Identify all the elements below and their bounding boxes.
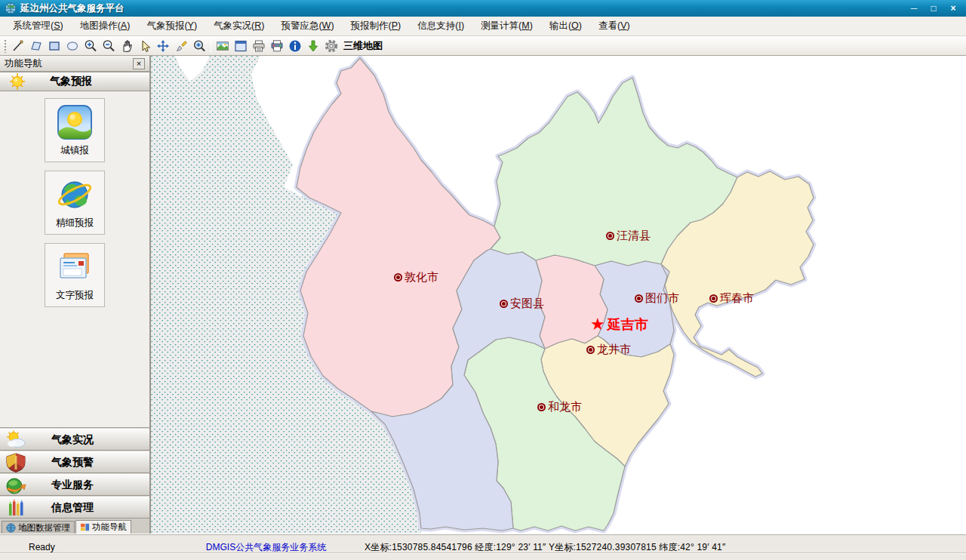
title-bar: 延边州公共气象服务平台 ─ □ × [0,0,966,17]
city-marker: 敦化市 [394,270,438,285]
tile-label: 精细预报 [56,217,94,229]
sidebar-title: 功能导航 [5,57,133,70]
city-marker-capital: ★延吉市 [590,315,648,334]
move-icon[interactable] [154,38,172,54]
city-dot-icon [394,273,402,282]
menu-item[interactable]: 地图操作(A) [72,17,139,35]
menu-item[interactable]: 查看(V) [590,17,638,35]
city-label: 龙井市 [597,343,631,357]
polygon-tool-icon[interactable] [27,38,45,54]
sidebar-function-nav: 功能导航 × 气象预报 [0,56,151,534]
section-label: 信息管理 [51,501,94,515]
export-image-icon[interactable] [214,38,232,54]
menu-item[interactable]: 信息支持(I) [409,17,472,35]
maximize-button[interactable]: □ [924,2,943,15]
city-marker: 龙井市 [586,343,631,357]
yanbian-basemap [151,56,966,534]
city-label: 图们市 [645,291,679,306]
toolbar-3d-map-label[interactable]: 三维地图 [343,39,383,53]
section-label: 专业服务 [51,478,94,492]
zoom-in-icon[interactable] [82,38,100,54]
tab-label: 功能导航 [92,522,127,533]
city-marker: 安图县 [500,297,544,311]
section-label: 气象实况 [51,433,94,447]
region-yanji[interactable] [536,255,608,349]
city-label: 珲春市 [720,291,754,306]
globe-icon [6,523,16,533]
city-label: 安图县 [510,297,544,311]
menu-bar: 系统管理(S)地图操作(A)气象预报(Y)气象实况(R)预警应急(W)预报制作(… [0,17,966,36]
text-forecast-button[interactable]: 文字预报 [45,243,105,307]
fine-forecast-button[interactable]: 精细预报 [45,171,105,235]
tab-map-data-management[interactable]: 地图数据管理 [2,521,75,534]
status-bar: Ready DMGIS公共气象服务业务系统 X坐标:1530785.845417… [0,534,966,560]
tile-label: 文字预报 [56,289,94,302]
shield-icon [5,453,27,472]
app-globe-icon [5,2,17,14]
select-arrow-icon[interactable] [136,38,154,54]
city-label: 敦化市 [405,270,438,285]
zoom-out-icon[interactable] [100,38,118,54]
zoom-extent-icon[interactable] [190,38,208,54]
globe-arrow-icon [5,475,27,495]
sidebar-tab-bar: 地图数据管理 功能导航 [0,518,149,534]
menu-item[interactable]: 系统管理(S) [5,17,72,35]
status-ready: Ready [0,540,174,555]
section-professional-service[interactable]: 专业服务 [0,474,149,496]
minimize-button[interactable]: ─ [904,2,924,15]
section-label: 气象预警 [51,456,94,469]
line-tool-icon[interactable] [9,38,27,54]
tool-bar: 三维地图 [0,36,966,56]
info-icon[interactable] [286,38,304,54]
window-icon[interactable] [232,38,250,54]
section-label: 气象预报 [50,75,92,88]
city-dot-icon [586,346,595,354]
city-dot-icon [537,403,546,411]
city-label: 延吉市 [608,315,648,334]
city-marker: 珲春市 [709,291,754,306]
forecast-button-panel: 城镇报 精细预报 [0,91,149,428]
status-system-name: DMGIS公共气象服务业务系统 [174,540,358,555]
city-dot-icon [606,232,614,240]
section-weather-live[interactable]: 气象实况 [0,429,149,451]
sun-icon [6,72,29,91]
window-title: 延边州公共气象服务平台 [20,2,904,15]
rectangle-tool-icon[interactable] [45,38,63,54]
menu-item[interactable]: 测量计算(M) [472,17,541,35]
city-label: 和龙市 [548,400,582,414]
print-color-icon[interactable] [268,38,286,54]
menu-item[interactable]: 气象实况(R) [205,17,272,35]
ellipse-tool-icon[interactable] [63,38,82,54]
city-dot-icon [500,300,508,308]
toolbar-grip[interactable] [4,39,7,53]
toolbar-separator [211,39,211,53]
tab-label: 地图数据管理 [18,522,70,534]
city-marker: 图们市 [635,291,679,306]
menu-item[interactable]: 气象预报(Y) [138,17,205,35]
town-forecast-icon [57,104,93,140]
pencils-icon [5,498,27,518]
section-information-management[interactable]: 信息管理 [0,497,149,518]
tab-function-nav[interactable]: 功能导航 [75,520,131,534]
capital-star-icon: ★ [590,319,605,330]
city-label: 汪清县 [617,229,651,243]
sidebar-close-icon[interactable]: × [133,58,145,69]
menu-item[interactable]: 输出(O) [541,17,590,35]
nav-squares-icon [80,522,90,532]
city-dot-icon [635,294,643,303]
pan-hand-icon[interactable] [118,38,136,54]
download-arrow-icon[interactable] [304,38,322,54]
map-canvas[interactable]: 敦化市汪清县安图县图们市珲春市★延吉市龙井市和龙市 [151,56,966,534]
close-button[interactable]: × [943,2,963,15]
menu-item[interactable]: 预警应急(W) [272,17,342,35]
tile-label: 城镇报 [60,144,89,157]
main-area: 功能导航 × 气象预报 [0,56,966,534]
section-weather-warning[interactable]: 气象预警 [0,451,149,473]
section-weather-forecast[interactable]: 气象预报 [0,72,149,91]
brush-icon[interactable] [172,38,190,54]
town-forecast-button[interactable]: 城镇报 [45,98,105,162]
menu-item[interactable]: 预报制作(P) [343,17,410,35]
print-icon[interactable] [250,38,268,54]
gear-icon[interactable] [322,38,340,54]
city-dot-icon [709,294,718,303]
